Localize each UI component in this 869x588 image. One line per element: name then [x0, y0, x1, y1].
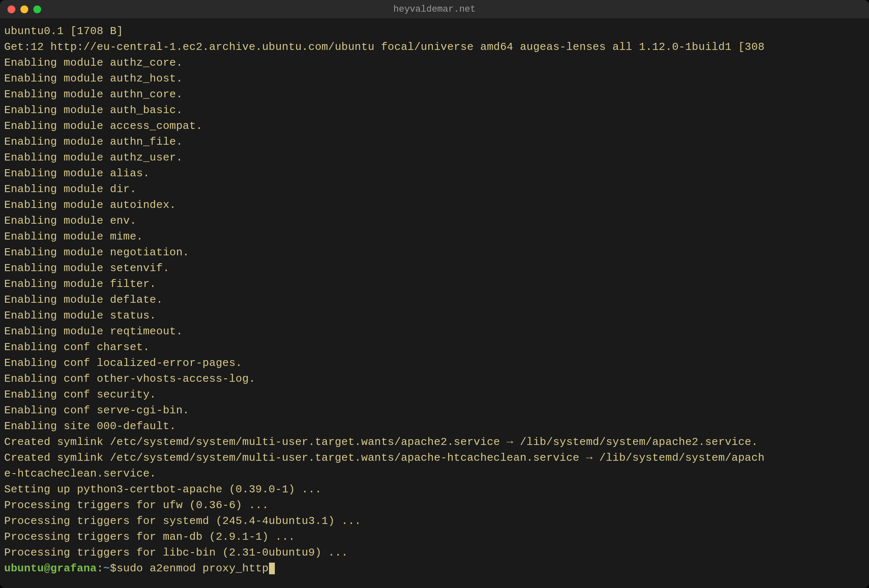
terminal-line: Enabling site 000-default.: [4, 418, 865, 434]
terminal-line: Enabling conf serve-cgi-bin.: [4, 403, 865, 418]
prompt-user: ubuntu: [4, 561, 44, 576]
terminal-line: Processing triggers for libc-bin (2.31-0…: [4, 545, 865, 561]
terminal-line: Enabling module status.: [4, 308, 865, 324]
terminal-line: Enabling module env.: [4, 213, 865, 229]
terminal-line: Created symlink /etc/systemd/system/mult…: [4, 434, 865, 450]
terminal-line: Enabling module authz_user.: [4, 150, 865, 166]
terminal-line: Processing triggers for ufw (0.36-6) ...: [4, 497, 865, 513]
terminal-line: Enabling module autoindex.: [4, 197, 865, 213]
terminal-window: heyvaldemar.net ubuntu0.1 [1708 B]Get:12…: [0, 0, 869, 588]
terminal-line: Enabling module negotiation.: [4, 245, 865, 260]
terminal-line: Enabling module deflate.: [4, 292, 865, 308]
terminal-line: Enabling module mime.: [4, 229, 865, 245]
prompt-command: sudo a2enmod proxy_http: [116, 561, 269, 576]
prompt-line[interactable]: ubuntu@grafana:~$ sudo a2enmod proxy_htt…: [4, 561, 865, 576]
terminal-line: Enabling conf charset.: [4, 339, 865, 355]
terminal-line: Enabling conf localized-error-pages.: [4, 355, 865, 371]
cursor-icon: [269, 563, 275, 574]
terminal-body[interactable]: ubuntu0.1 [1708 B]Get:12 http://eu-centr…: [0, 18, 869, 588]
terminal-line: Enabling module auth_basic.: [4, 102, 865, 118]
terminal-line: e-htcacheclean.service.: [4, 466, 865, 482]
terminal-line: Enabling module alias.: [4, 166, 865, 181]
terminal-output: ubuntu0.1 [1708 B]Get:12 http://eu-centr…: [4, 23, 865, 561]
terminal-line: Enabling module filter.: [4, 276, 865, 292]
terminal-line: Processing triggers for man-db (2.9.1-1)…: [4, 529, 865, 545]
terminal-line: Enabling module authn_file.: [4, 134, 865, 150]
terminal-line: Enabling conf other-vhosts-access-log.: [4, 371, 865, 387]
terminal-line: Setting up python3-certbot-apache (0.39.…: [4, 482, 865, 497]
traffic-lights: [7, 5, 41, 13]
minimize-window-button[interactable]: [20, 5, 28, 13]
title-bar: heyvaldemar.net: [0, 0, 869, 18]
prompt-dollar: $: [110, 561, 116, 576]
terminal-line: ubuntu0.1 [1708 B]: [4, 23, 865, 39]
terminal-line: Processing triggers for systemd (245.4-4…: [4, 513, 865, 529]
terminal-line: Enabling module dir.: [4, 181, 865, 197]
terminal-line: Enabling module authz_core.: [4, 55, 865, 71]
maximize-window-button[interactable]: [33, 5, 41, 13]
terminal-line: Get:12 http://eu-central-1.ec2.archive.u…: [4, 39, 865, 55]
close-window-button[interactable]: [7, 5, 15, 13]
terminal-line: Enabling module reqtimeout.: [4, 324, 865, 339]
terminal-line: Created symlink /etc/systemd/system/mult…: [4, 450, 865, 466]
terminal-line: Enabling module setenvif.: [4, 260, 865, 276]
terminal-line: Enabling module authz_host.: [4, 71, 865, 86]
window-title: heyvaldemar.net: [393, 4, 476, 15]
prompt-at: @: [44, 561, 50, 576]
prompt-colon: :: [97, 561, 104, 576]
terminal-line: Enabling module authn_core.: [4, 86, 865, 102]
prompt-host: grafana: [50, 561, 96, 576]
terminal-line: Enabling conf security.: [4, 387, 865, 403]
prompt-path: ~: [104, 561, 110, 576]
terminal-line: Enabling module access_compat.: [4, 118, 865, 134]
